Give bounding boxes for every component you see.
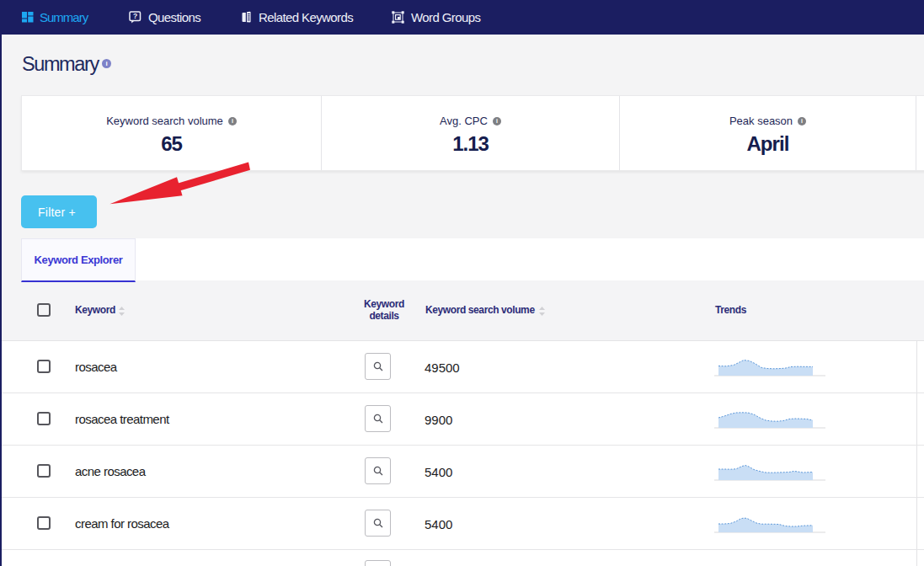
svg-text:?: ? <box>133 12 137 20</box>
